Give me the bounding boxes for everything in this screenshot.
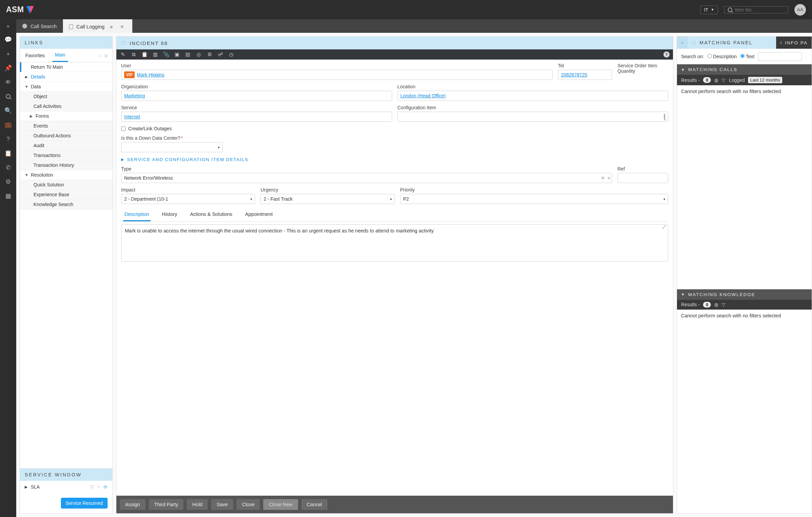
filter-icon[interactable]: ▽ <box>722 302 725 307</box>
tel-input[interactable]: 2082678725 <box>558 70 612 80</box>
expand-icon[interactable]: ⤢ <box>97 484 101 490</box>
wand-icon[interactable]: ✎ <box>120 51 126 58</box>
user-input[interactable]: VIP Mark Higgins <box>121 70 552 80</box>
grid-icon[interactable]: ▦ <box>5 193 12 199</box>
sla-row[interactable]: ▶ SLA ✆ ⤢ ⟳ <box>20 481 112 493</box>
close-new-button[interactable]: Close New <box>263 499 298 510</box>
search-icon[interactable] <box>664 114 665 119</box>
matching-calls-header[interactable]: ▼ MATCHING CALLS <box>677 64 812 75</box>
gear-icon[interactable]: ⚙ <box>5 178 12 185</box>
service-link[interactable]: Internet <box>124 114 140 119</box>
subtab-appointment[interactable]: Appointment <box>244 208 274 221</box>
location-link[interactable]: London (Head Office) <box>401 93 446 98</box>
expand-icon[interactable]: ⤢ <box>662 224 666 230</box>
tree-resolution[interactable]: ▼Resolution <box>20 170 112 180</box>
list-icon[interactable]: ≡ <box>608 175 610 181</box>
phone-icon[interactable]: ✆ <box>90 484 94 490</box>
tree-call-activities[interactable]: Call Activities <box>20 102 112 111</box>
close-icon[interactable]: ✕ <box>118 24 126 29</box>
chat-icon[interactable]: 💬 <box>5 36 12 43</box>
links-tab-favorites[interactable]: Favorites <box>23 49 48 62</box>
refresh-icon[interactable]: ⟳ <box>104 484 108 490</box>
tree-transactions[interactable]: Transactions <box>20 151 112 160</box>
search-on-description[interactable]: Description <box>707 54 737 59</box>
subtab-actions[interactable]: Actions & Solutions <box>189 208 234 221</box>
phone-icon[interactable]: ✆ <box>5 164 12 171</box>
service-resumed-button[interactable]: Service Resumed <box>61 498 108 509</box>
logged-range[interactable]: Last 12 months <box>748 77 782 83</box>
tree-events[interactable]: Events <box>20 121 112 131</box>
avatar[interactable]: AA <box>794 4 806 16</box>
close-button[interactable]: Close <box>236 499 260 510</box>
search-icon[interactable] <box>5 93 12 100</box>
expand-nav-button[interactable]: » <box>0 19 16 33</box>
tree-data[interactable]: ▼Data <box>20 82 112 92</box>
tel-link[interactable]: 2082678725 <box>561 72 587 77</box>
attach-icon[interactable]: 📎 <box>163 51 169 58</box>
user-link[interactable]: Mark Higgins <box>137 72 164 77</box>
item-search-input[interactable] <box>735 7 785 13</box>
tree-experience-base[interactable]: Experience Base <box>20 190 112 200</box>
tree-forms[interactable]: ▶Forms <box>20 111 112 121</box>
organization-input[interactable]: Marketing <box>121 91 392 101</box>
assign-button[interactable]: Assign <box>120 499 145 510</box>
tree-details[interactable]: ▶Details <box>20 72 112 82</box>
tree-outbound-actions[interactable]: Outbound Actions <box>20 131 112 141</box>
priority-select[interactable]: P2▾ <box>400 194 669 204</box>
help-icon[interactable]: ? <box>5 136 12 142</box>
ref-input[interactable] <box>617 173 668 183</box>
eye-icon[interactable]: 👁 <box>5 79 12 86</box>
search-boxed-icon[interactable]: 🔍 <box>5 107 12 114</box>
cancel-button[interactable]: Cancel <box>301 499 328 510</box>
collapse-right-button[interactable]: « <box>677 37 688 49</box>
home-icon[interactable]: ⌂ <box>98 53 101 58</box>
down-dc-select[interactable]: ▾ <box>121 142 223 152</box>
tree-quick-solution[interactable]: Quick Solution <box>20 180 112 190</box>
third-party-button[interactable]: Third Party <box>149 499 184 510</box>
link-icon[interactable]: ☍ <box>217 51 223 58</box>
pin-icon[interactable]: 📌 <box>5 65 12 71</box>
hold-button[interactable]: Hold <box>187 499 208 510</box>
chart-icon[interactable]: ▥ <box>152 51 158 58</box>
tab-call-search[interactable]: Call Search <box>16 19 63 33</box>
urgency-select[interactable]: 2 - Fast Track▾ <box>261 194 394 204</box>
impact-select[interactable]: 2 - Department (10-1▾ <box>121 194 255 204</box>
tree-transaction-history[interactable]: Transaction History <box>20 160 112 170</box>
type-input[interactable]: Network Error/Wireless ✕ ≡ <box>121 173 612 183</box>
sci-section-toggle[interactable]: ▶ SERVICE AND CONFIGURATION ITEM DETAILS <box>121 157 668 162</box>
save-button[interactable]: Save <box>211 499 233 510</box>
tree-audit[interactable]: Audit <box>20 141 112 151</box>
clear-icon[interactable]: ✕ <box>601 175 605 181</box>
matching-knowledge-header[interactable]: ▼ MATCHING KNOWLEDGE <box>677 289 812 300</box>
department-selector[interactable]: IT ▼ <box>700 5 718 14</box>
plus-icon[interactable]: ＋ <box>5 50 12 57</box>
search-on-text[interactable]: Text <box>740 54 754 59</box>
links-tab-main[interactable]: Main <box>52 49 68 62</box>
globe-icon[interactable]: ◍ <box>714 77 718 83</box>
item-search[interactable] <box>724 6 788 14</box>
tree-object[interactable]: Object <box>20 92 112 102</box>
clipboard-icon[interactable]: 📋 <box>141 51 148 58</box>
clock-icon[interactable]: ◷ <box>228 51 234 58</box>
config-item-input[interactable] <box>398 112 669 122</box>
pin-icon[interactable]: ⎈ <box>108 24 115 29</box>
target-icon[interactable]: ◎ <box>196 51 202 58</box>
create-outages-checkbox[interactable] <box>121 127 126 131</box>
doc-icon[interactable]: ▣ <box>174 51 180 58</box>
tab-call-logging[interactable]: Call Logging ⎈ ✕ <box>63 19 132 33</box>
help-icon[interactable]: ? <box>663 51 670 58</box>
search-on-text-input[interactable] <box>758 52 802 61</box>
service-input[interactable]: Internet <box>121 112 392 122</box>
db-icon[interactable]: ◍ <box>714 302 718 307</box>
description-textarea[interactable] <box>121 224 668 262</box>
collapse-icon[interactable]: ⇲ <box>104 53 108 58</box>
tree-return-to-main[interactable]: Return To Main <box>20 62 112 72</box>
organization-link[interactable]: Marketing <box>124 93 145 98</box>
subtab-description[interactable]: Description <box>123 208 151 221</box>
location-input[interactable]: London (Head Office) <box>398 91 669 101</box>
filter-icon[interactable]: ▽ <box>722 77 725 83</box>
tree-knowledge-search[interactable]: Knowledge Search <box>20 200 112 209</box>
subtab-history[interactable]: History <box>161 208 179 221</box>
info-pane-tab[interactable]: i INFO PA <box>776 37 812 49</box>
clipboard-icon[interactable]: 📋 <box>5 150 12 157</box>
